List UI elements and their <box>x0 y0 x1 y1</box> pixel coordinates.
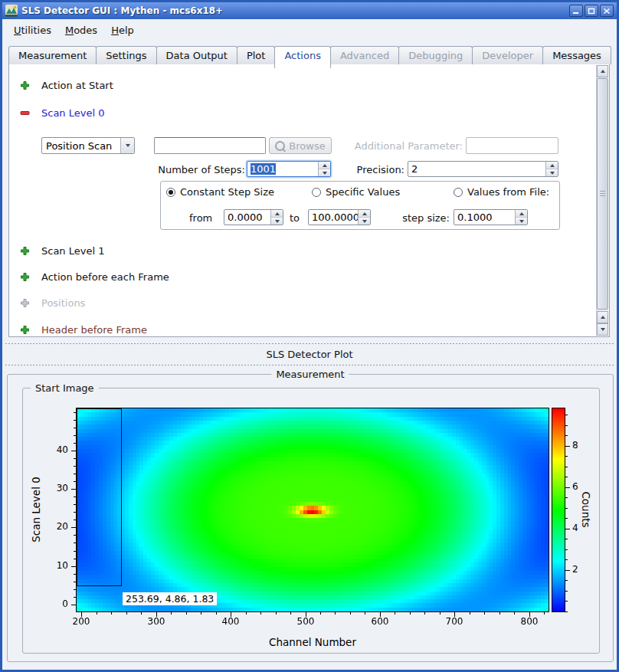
splitter-handle[interactable] <box>5 343 614 346</box>
specific-values-label[interactable]: Specific Values <box>326 186 400 198</box>
constant-step-label[interactable]: Constant Step Size <box>180 186 274 198</box>
axis-tick-label: 600 <box>362 616 398 627</box>
tick-mark <box>565 601 568 602</box>
action-at-start-row[interactable]: Action at Start <box>20 80 113 91</box>
tab-settings[interactable]: Settings <box>96 46 156 64</box>
tick-mark <box>71 605 76 605</box>
tick-mark <box>71 566 76 567</box>
step-size-spinbox[interactable]: 0.1000 <box>454 209 528 225</box>
action-before-frame-label: Action before each Frame <box>41 271 169 283</box>
tab-developer[interactable]: Developer <box>472 46 543 64</box>
x-axis-title: Channel Number <box>221 636 404 648</box>
collapse-minus-icon[interactable] <box>20 108 30 118</box>
tick-mark <box>565 446 570 447</box>
scan-script-input[interactable] <box>154 137 266 154</box>
tab-advanced[interactable]: Advanced <box>330 46 399 64</box>
dock-handle[interactable] <box>5 364 614 367</box>
magnifier-icon <box>275 141 285 151</box>
tab-measurement[interactable]: Measurement <box>8 46 97 64</box>
tab-debugging[interactable]: Debugging <box>398 46 473 64</box>
menu-utilities[interactable]: Utilities <box>7 21 58 39</box>
y-axis-title: Scan Level 0 <box>30 464 42 556</box>
spin-down-icon[interactable] <box>319 169 330 176</box>
minimize-button[interactable] <box>569 5 583 17</box>
spin-up-icon[interactable] <box>359 210 370 218</box>
menu-help[interactable]: Help <box>104 21 141 39</box>
menu-modes[interactable]: Modes <box>58 21 104 39</box>
action-before-frame-row[interactable]: Action before each Frame <box>20 271 169 283</box>
spin-up-icon[interactable] <box>271 210 283 218</box>
tick-mark <box>186 612 187 615</box>
axis-tick-label: 8 <box>572 440 595 451</box>
scrollbar-thumb[interactable] <box>597 78 608 310</box>
tick-mark <box>141 612 142 615</box>
scroll-up-button-2[interactable] <box>597 311 608 323</box>
axis-tick-label: 700 <box>436 616 473 627</box>
scroll-down-button[interactable] <box>597 323 608 336</box>
precision-spinbox[interactable]: 2 <box>408 161 558 177</box>
header-before-frame-label: Header before Frame <box>41 324 147 336</box>
titlebar[interactable]: SLS Detector GUI : Mythen - mcs6x18+ <box>2 2 617 19</box>
spin-up-icon[interactable] <box>516 210 527 218</box>
to-spinbox[interactable]: 100.0000 <box>308 209 371 225</box>
values-from-file-label[interactable]: Values from File: <box>467 186 549 198</box>
heatmap-plot[interactable] <box>76 408 549 612</box>
expand-plus-icon[interactable] <box>20 246 30 256</box>
scan-mode-value: Position Scan <box>42 138 120 153</box>
scan-level-1-row[interactable]: Scan Level 1 <box>20 245 104 257</box>
axis-tick-label: 0 <box>38 598 68 609</box>
header-before-frame-row[interactable]: Header before Frame <box>20 324 147 336</box>
from-label: from <box>189 212 212 224</box>
browse-button-label: Browse <box>289 140 325 152</box>
close-button[interactable] <box>600 5 614 17</box>
tab-data-output[interactable]: Data Output <box>156 46 237 64</box>
axis-tick-label: 500 <box>287 616 324 627</box>
tick-mark <box>544 612 545 615</box>
from-spinbox[interactable]: 0.0000 <box>224 209 283 225</box>
tick-mark <box>514 612 515 615</box>
additional-parameter-input[interactable] <box>466 137 558 154</box>
tick-mark <box>97 612 97 615</box>
colorbar <box>552 408 565 612</box>
radio-specific-values[interactable] <box>312 188 321 197</box>
tick-mark <box>74 512 76 513</box>
tick-mark <box>74 543 76 543</box>
vertical-scrollbar[interactable] <box>596 65 608 336</box>
spin-down-icon[interactable] <box>359 218 370 225</box>
tick-mark <box>74 497 76 497</box>
spin-down-icon[interactable] <box>546 169 558 176</box>
radio-constant-step-size[interactable] <box>166 188 175 197</box>
scan-mode-combo[interactable]: Position Scan <box>41 137 135 154</box>
step-size-label: step size: <box>392 212 450 224</box>
positions-row: Positions <box>20 297 85 309</box>
maximize-button[interactable] <box>585 5 598 17</box>
expand-plus-icon[interactable] <box>20 272 30 282</box>
tab-plot[interactable]: Plot <box>237 46 276 64</box>
tick-mark <box>565 415 568 415</box>
combo-dropdown-icon[interactable] <box>120 138 134 153</box>
tick-mark <box>74 504 76 505</box>
browse-button[interactable]: Browse <box>269 137 332 154</box>
number-of-steps-label: Number of Steps: <box>124 164 245 175</box>
tick-mark <box>74 428 76 428</box>
tick-mark <box>74 458 76 459</box>
tab-actions[interactable]: Actions <box>274 46 331 68</box>
expand-plus-icon[interactable] <box>20 325 30 335</box>
tab-messages[interactable]: Messages <box>542 46 611 64</box>
spin-down-icon[interactable] <box>516 218 527 225</box>
tick-mark <box>74 597 76 598</box>
spin-up-icon[interactable] <box>546 162 558 169</box>
axis-tick-label: 2 <box>572 564 595 575</box>
spin-up-icon[interactable] <box>319 162 330 169</box>
tick-mark <box>74 443 76 444</box>
tick-mark <box>565 435 568 436</box>
expand-plus-icon[interactable] <box>20 80 30 90</box>
scan-level-0-row[interactable]: Scan Level 0 <box>20 107 104 119</box>
steps-spinbox[interactable]: 1001 <box>247 161 331 177</box>
tick-mark <box>71 489 76 490</box>
spin-down-icon[interactable] <box>271 218 283 225</box>
radio-values-from-file[interactable] <box>454 188 463 197</box>
tick-mark <box>365 612 365 615</box>
colorbar-title: Counts <box>580 487 592 533</box>
scroll-up-button[interactable] <box>597 65 608 77</box>
